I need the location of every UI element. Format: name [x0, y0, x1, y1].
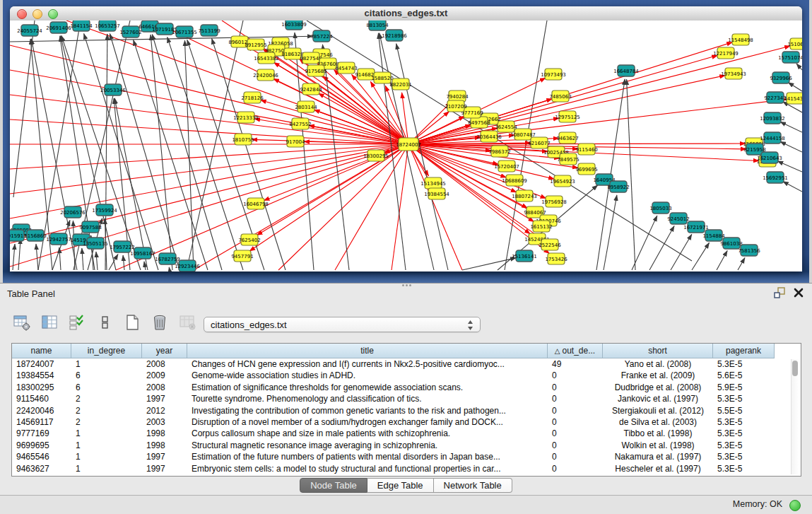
network-node[interactable]: 8454743 — [335, 62, 357, 74]
network-node[interactable]: 7625402 — [238, 234, 260, 245]
network-node[interactable]: 15134945 — [420, 177, 446, 189]
column-header-pagerank[interactable]: pagerank — [713, 344, 775, 358]
network-node[interactable]: 9245012 — [667, 213, 689, 224]
network-node[interactable]: 12942757 — [46, 233, 71, 245]
tab-edge-table[interactable]: Edge Table — [367, 478, 434, 493]
network-node[interactable]: 15751074 — [778, 52, 802, 63]
delete-table-button[interactable] — [177, 312, 198, 333]
column-header-in_degree[interactable]: in_degree — [71, 344, 142, 358]
network-node[interactable]: 8958922 — [607, 181, 629, 192]
network-node[interactable]: 16046798 — [243, 198, 269, 209]
network-node[interactable]: 20691406 — [46, 22, 71, 33]
network-node[interactable]: 9329966 — [770, 72, 792, 83]
network-node[interactable]: 20053346 — [100, 84, 126, 95]
table-row[interactable]: 1456911722003Disruption of a novel membe… — [12, 416, 801, 428]
network-node[interactable]: 16033809 — [281, 21, 307, 30]
column-header-year[interactable]: year — [142, 344, 187, 358]
network-node[interactable]: 18807243 — [512, 190, 537, 201]
network-node[interactable]: 17359924 — [92, 204, 117, 216]
network-node[interactable]: 9097588 — [79, 221, 101, 233]
network-node[interactable]: 7986372 — [488, 146, 510, 157]
network-node[interactable]: 22420046 — [253, 69, 278, 81]
settings-table-button[interactable] — [11, 312, 33, 333]
close-panel-button[interactable] — [794, 288, 804, 300]
table-scrollbar[interactable] — [791, 359, 799, 474]
network-node[interactable]: 8912955 — [245, 39, 266, 50]
table-row[interactable]: 2242004622012Investigating the contribut… — [12, 405, 801, 416]
network-node[interactable]: 20206576 — [60, 206, 86, 218]
table-row[interactable]: 1872400712008Changes of HCN gene express… — [12, 358, 801, 370]
table-row[interactable]: 969969511998Structural magnetic resonanc… — [12, 440, 801, 451]
network-node[interactable]: 19734943 — [721, 68, 746, 79]
network-node[interactable]: 10653257 — [95, 21, 120, 31]
network-node[interactable]: 12444158 — [760, 132, 785, 144]
network-node[interactable]: 15692951 — [763, 172, 788, 183]
network-node[interactable]: 917004 — [286, 136, 305, 147]
network-window-titlebar[interactable]: citations_edges.txt — [10, 6, 802, 21]
network-node[interactable]: 1805033 — [649, 202, 671, 214]
network-node[interactable]: 10958167 — [130, 247, 155, 259]
network-node[interactable]: 10671355 — [172, 26, 197, 37]
network-node[interactable]: 2107209 — [445, 100, 466, 112]
network-node[interactable]: 1156869 — [24, 230, 46, 241]
table-row[interactable]: 911546021997Tourette syndrome. Phenomeno… — [12, 393, 801, 404]
network-node[interactable]: 16210643 — [757, 152, 782, 163]
delete-button[interactable] — [149, 312, 170, 333]
network-node[interactable]: 7581356 — [738, 245, 760, 256]
network-node[interactable]: 2522546 — [539, 239, 561, 250]
column-header-out_de[interactable]: △out_de... — [548, 344, 603, 358]
network-node[interactable]: 7857224 — [310, 30, 333, 42]
table-row[interactable]: 977716911998Corpus callosum shape and si… — [12, 428, 801, 439]
network-node[interactable]: 12217949 — [713, 47, 739, 59]
network-node[interactable]: 16721971 — [683, 221, 709, 233]
table-row[interactable]: 1938455462009Genome-wide association stu… — [12, 370, 801, 381]
network-node[interactable]: 7513199 — [198, 25, 220, 36]
row-height-button[interactable] — [94, 312, 115, 333]
network-node[interactable]: 7485063 — [549, 90, 571, 102]
network-node[interactable]: 1510658 — [787, 38, 802, 49]
network-node[interactable]: 8427552 — [289, 118, 311, 129]
network-node[interactable]: 12213339 — [233, 112, 259, 123]
network-node[interactable]: 6216077 — [528, 137, 550, 148]
table-row[interactable]: 946554611997Estimation of the future num… — [12, 451, 801, 462]
network-node[interactable]: 13505135 — [83, 238, 108, 249]
network-node[interactable]: 16648784 — [613, 65, 639, 76]
network-node[interactable]: 7849575 — [557, 153, 579, 165]
network-node[interactable]: 16543382 — [254, 52, 279, 64]
scrollbar-thumb[interactable] — [792, 361, 798, 376]
network-node[interactable]: 9457791 — [231, 250, 253, 262]
network-node[interactable]: 1615132 — [530, 221, 552, 232]
network-node[interactable]: 9115460 — [575, 144, 597, 155]
network-node[interactable]: 12975125 — [555, 111, 580, 122]
new-table-button[interactable] — [122, 312, 143, 333]
float-panel-button[interactable] — [774, 287, 785, 301]
network-node[interactable]: 18724007 — [396, 138, 421, 151]
network-node[interactable]: 2718126 — [241, 92, 264, 103]
column-header-title[interactable]: title — [187, 344, 548, 358]
tab-node-table[interactable]: Node Table — [300, 478, 367, 493]
select-rows-button[interactable] — [66, 312, 88, 333]
network-canvas[interactable]: 8960123891295518226058982750316543382818… — [10, 21, 802, 271]
network-node[interactable]: 10973493 — [541, 69, 566, 80]
network-node[interactable]: 12923446 — [175, 260, 200, 271]
network-node[interactable]: 9699695 — [575, 163, 597, 175]
network-node[interactable]: 19756928 — [541, 196, 567, 207]
network-node[interactable]: 8813054 — [366, 21, 389, 30]
network-node[interactable]: 8822031 — [389, 78, 411, 90]
network-node[interactable]: 1841154 — [70, 21, 93, 31]
network-node[interactable]: 2803144 — [295, 101, 317, 112]
network-node[interactable]: 9227343 — [764, 92, 786, 103]
column-header-name[interactable]: name — [12, 344, 71, 358]
network-node[interactable]: 19384554 — [424, 188, 449, 199]
network-node[interactable]: 24055724 — [17, 25, 42, 36]
table-row[interactable]: 946362711997Embryonic stem cells: a mode… — [12, 463, 801, 474]
splitter-handle[interactable] — [401, 284, 411, 288]
network-node[interactable]: 1415435 — [784, 93, 802, 104]
citation-network-graph[interactable]: 8960123891295518226058982750316543382818… — [10, 21, 802, 271]
network-node[interactable]: 1154884 — [702, 230, 725, 241]
network-node[interactable]: 9175685 — [305, 65, 326, 76]
column-header-short[interactable]: short — [603, 344, 713, 358]
table-row[interactable]: 1830029562008Estimation of significance … — [12, 382, 801, 393]
network-node[interactable]: 15720407 — [494, 160, 519, 172]
network-node[interactable]: 1753426 — [545, 253, 567, 264]
